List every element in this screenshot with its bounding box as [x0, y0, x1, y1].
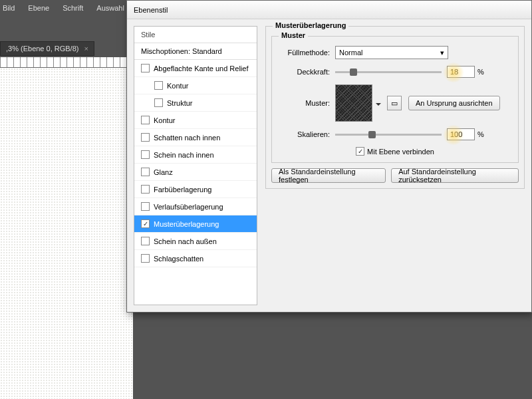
document-icon: ▭ [391, 99, 398, 108]
style-checkbox[interactable] [141, 254, 150, 263]
close-icon[interactable]: × [84, 45, 88, 53]
style-checkbox[interactable] [141, 168, 150, 176]
style-checkbox[interactable] [141, 185, 150, 194]
percent-label: % [477, 68, 484, 76]
style-item-label: Glanz [154, 168, 173, 176]
style-checkbox[interactable] [141, 133, 150, 142]
blending-options-label: Mischoptionen: Standard [141, 47, 222, 55]
style-item-label: Schein nach außen [154, 237, 217, 245]
dialog-title-text: Ebenenstil [134, 6, 168, 14]
link-layer-checkbox[interactable]: ✓ [356, 147, 364, 156]
style-checkbox[interactable] [141, 150, 150, 159]
style-item-1[interactable]: Kontur [134, 77, 257, 94]
make-default-button[interactable]: Als Standardeinstellung festlegen [271, 168, 386, 183]
blendmode-value: Normal [339, 49, 362, 57]
styles-list-panel: Stile Mischoptionen: Standard Abgeflacht… [134, 26, 257, 305]
opacity-input[interactable]: 18 [447, 66, 475, 78]
style-item-8[interactable]: Verlaufsüberlagerung [134, 198, 257, 215]
dialog-titlebar[interactable]: Ebenenstil [127, 1, 531, 19]
percent-label-2: % [477, 130, 484, 138]
style-checkbox[interactable] [154, 98, 163, 107]
style-checkbox[interactable] [154, 81, 163, 90]
style-item-7[interactable]: Farbüberlagerung [134, 181, 257, 198]
pattern-swatch[interactable] [335, 84, 372, 122]
pattern-overlay-group: Musterüberlagerung Muster Füllmethode: N… [265, 26, 525, 189]
style-item-11[interactable]: Schlagschatten [134, 250, 257, 267]
style-item-label: Schlagschatten [154, 255, 203, 263]
styles-header: Stile [134, 27, 257, 43]
style-item-3[interactable]: Kontur [134, 112, 257, 129]
style-item-9[interactable]: ✓Musterüberlagerung [134, 215, 257, 233]
document-tab[interactable]: ,3% (Ebene 0, RGB/8) × [0, 41, 94, 56]
style-item-label: Abgeflachte Kante und Relief [154, 65, 249, 72]
document-tab-label: ,3% (Ebene 0, RGB/8) [6, 45, 78, 53]
menu-schrift[interactable]: Schrift [63, 4, 83, 12]
style-item-label: Verlaufsüberlagerung [154, 203, 223, 211]
chevron-down-icon: ▾ [440, 49, 444, 57]
style-item-4[interactable]: Schatten nach innen [134, 129, 257, 146]
style-checkbox[interactable] [141, 116, 150, 124]
style-item-label: Musterüberlagerung [154, 220, 219, 228]
blendmode-dropdown[interactable]: Normal ▾ [335, 46, 448, 59]
style-item-6[interactable]: Glanz [134, 164, 257, 181]
style-checkbox[interactable] [141, 237, 150, 245]
style-item-2[interactable]: Struktur [134, 94, 257, 112]
style-item-label: Farbüberlagerung [154, 186, 211, 194]
opacity-label: Deckkraft: [279, 68, 335, 76]
style-item-5[interactable]: Schein nach innen [134, 146, 257, 164]
style-checkbox[interactable]: ✓ [141, 219, 150, 228]
style-checkbox[interactable] [141, 64, 150, 72]
blending-options-row[interactable]: Mischoptionen: Standard [134, 43, 257, 60]
menu-bild[interactable]: Bild [3, 4, 15, 12]
style-item-label: Schatten nach innen [154, 134, 220, 142]
canvas-area[interactable] [0, 68, 133, 399]
style-item-label: Kontur [167, 82, 188, 90]
scale-input[interactable]: 100 [447, 128, 475, 140]
style-item-0[interactable]: Abgeflachte Kante und Relief [134, 60, 257, 77]
style-checkbox[interactable] [141, 202, 150, 211]
scale-slider-thumb[interactable] [368, 131, 376, 138]
style-item-label: Kontur [154, 116, 175, 124]
pattern-label: Muster: [279, 99, 335, 107]
scale-slider[interactable] [335, 134, 442, 136]
group-title: Musterüberlagerung [273, 21, 348, 29]
blendmode-label: Füllmethode: [279, 49, 335, 57]
ruler-horizontal [0, 57, 133, 68]
scale-label: Skalieren: [279, 130, 335, 138]
style-item-label: Schein nach innen [154, 151, 214, 159]
opacity-slider[interactable] [335, 71, 442, 73]
reset-default-button[interactable]: Auf Standardeinstellung zurücksetzen [391, 168, 519, 183]
menu-ebene[interactable]: Ebene [28, 4, 49, 12]
layer-style-dialog: Ebenenstil Stile Mischoptionen: Standard… [126, 0, 532, 313]
link-layer-label: Mit Ebene verbinden [367, 148, 434, 156]
style-item-10[interactable]: Schein nach außen [134, 233, 257, 250]
menu-auswahl[interactable]: Auswahl [96, 4, 124, 12]
style-item-label: Struktur [167, 99, 193, 107]
snap-origin-button[interactable]: An Ursprung ausrichten [408, 96, 500, 110]
new-preset-button[interactable]: ▭ [387, 96, 402, 110]
opacity-slider-thumb[interactable] [350, 68, 357, 76]
subgroup-title: Muster [279, 31, 308, 39]
